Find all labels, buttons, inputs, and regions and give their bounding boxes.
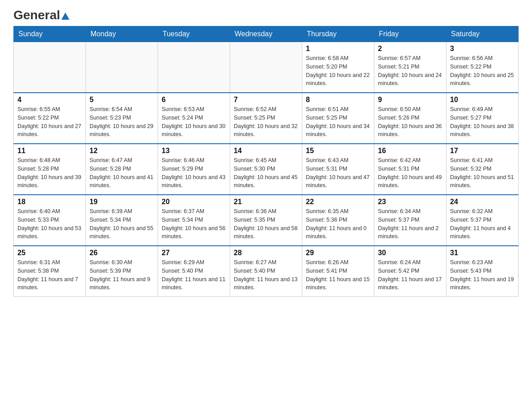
day-number: 4	[17, 96, 82, 104]
day-number: 11	[17, 147, 82, 155]
day-info: Sunrise: 6:29 AMSunset: 5:40 PMDaylight:…	[162, 258, 226, 292]
day-info: Sunrise: 6:39 AMSunset: 5:34 PMDaylight:…	[90, 207, 154, 241]
day-number: 25	[17, 249, 82, 257]
day-info: Sunrise: 6:24 AMSunset: 5:42 PMDaylight:…	[378, 258, 442, 292]
day-info: Sunrise: 6:40 AMSunset: 5:33 PMDaylight:…	[17, 207, 82, 241]
calendar-day-cell: 14Sunrise: 6:45 AMSunset: 5:30 PMDayligh…	[230, 144, 302, 195]
calendar-day-cell	[158, 42, 230, 93]
day-number: 31	[450, 249, 515, 257]
day-number: 20	[162, 198, 226, 206]
day-info: Sunrise: 6:37 AMSunset: 5:34 PMDaylight:…	[162, 207, 226, 241]
calendar-day-cell: 21Sunrise: 6:36 AMSunset: 5:35 PMDayligh…	[230, 195, 302, 246]
calendar-day-cell: 8Sunrise: 6:51 AMSunset: 5:25 PMDaylight…	[302, 93, 374, 144]
calendar-day-cell: 16Sunrise: 6:42 AMSunset: 5:31 PMDayligh…	[374, 144, 446, 195]
calendar-week-row: 25Sunrise: 6:31 AMSunset: 5:38 PMDayligh…	[14, 246, 519, 297]
day-number: 3	[450, 45, 515, 53]
calendar-day-cell: 24Sunrise: 6:32 AMSunset: 5:37 PMDayligh…	[446, 195, 519, 246]
day-number: 16	[378, 147, 442, 155]
calendar-table: SundayMondayTuesdayWednesdayThursdayFrid…	[13, 26, 519, 297]
calendar-day-cell: 15Sunrise: 6:43 AMSunset: 5:31 PMDayligh…	[302, 144, 374, 195]
calendar-day-cell: 1Sunrise: 6:58 AMSunset: 5:20 PMDaylight…	[302, 42, 374, 93]
calendar-day-cell: 3Sunrise: 6:56 AMSunset: 5:22 PMDaylight…	[446, 42, 519, 93]
day-number: 23	[378, 198, 442, 206]
calendar-day-cell: 22Sunrise: 6:35 AMSunset: 5:36 PMDayligh…	[302, 195, 374, 246]
day-info: Sunrise: 6:47 AMSunset: 5:28 PMDaylight:…	[90, 156, 154, 190]
calendar-week-row: 1Sunrise: 6:58 AMSunset: 5:20 PMDaylight…	[14, 42, 519, 93]
day-info: Sunrise: 6:53 AMSunset: 5:24 PMDaylight:…	[162, 105, 226, 139]
calendar-day-cell: 7Sunrise: 6:52 AMSunset: 5:25 PMDaylight…	[230, 93, 302, 144]
day-info: Sunrise: 6:43 AMSunset: 5:31 PMDaylight:…	[306, 156, 370, 190]
calendar-day-cell: 18Sunrise: 6:40 AMSunset: 5:33 PMDayligh…	[14, 195, 86, 246]
day-number: 17	[450, 147, 515, 155]
calendar-day-cell: 20Sunrise: 6:37 AMSunset: 5:34 PMDayligh…	[158, 195, 230, 246]
page-header: General	[13, 9, 519, 21]
calendar-day-cell: 17Sunrise: 6:41 AMSunset: 5:32 PMDayligh…	[446, 144, 519, 195]
day-number: 7	[234, 96, 298, 104]
calendar-day-cell: 23Sunrise: 6:34 AMSunset: 5:37 PMDayligh…	[374, 195, 446, 246]
weekday-header-monday: Monday	[86, 26, 158, 42]
day-number: 15	[306, 147, 370, 155]
calendar-day-cell: 25Sunrise: 6:31 AMSunset: 5:38 PMDayligh…	[14, 246, 86, 297]
calendar-week-row: 4Sunrise: 6:55 AMSunset: 5:22 PMDaylight…	[14, 93, 519, 144]
logo: General	[13, 9, 69, 21]
day-number: 26	[90, 249, 154, 257]
day-info: Sunrise: 6:31 AMSunset: 5:38 PMDaylight:…	[17, 258, 82, 292]
day-number: 19	[90, 198, 154, 206]
calendar-day-cell: 12Sunrise: 6:47 AMSunset: 5:28 PMDayligh…	[86, 144, 158, 195]
day-number: 28	[234, 249, 298, 257]
calendar-day-cell: 5Sunrise: 6:54 AMSunset: 5:23 PMDaylight…	[86, 93, 158, 144]
calendar-day-cell: 6Sunrise: 6:53 AMSunset: 5:24 PMDaylight…	[158, 93, 230, 144]
calendar-day-cell	[86, 42, 158, 93]
day-info: Sunrise: 6:46 AMSunset: 5:29 PMDaylight:…	[162, 156, 226, 190]
calendar-day-cell: 4Sunrise: 6:55 AMSunset: 5:22 PMDaylight…	[14, 93, 86, 144]
calendar-week-row: 18Sunrise: 6:40 AMSunset: 5:33 PMDayligh…	[14, 195, 519, 246]
weekday-header-friday: Friday	[374, 26, 446, 42]
day-number: 24	[450, 198, 515, 206]
calendar-day-cell: 10Sunrise: 6:49 AMSunset: 5:27 PMDayligh…	[446, 93, 519, 144]
calendar-day-cell: 28Sunrise: 6:27 AMSunset: 5:40 PMDayligh…	[230, 246, 302, 297]
day-info: Sunrise: 6:51 AMSunset: 5:25 PMDaylight:…	[306, 105, 370, 139]
calendar-day-cell: 31Sunrise: 6:23 AMSunset: 5:43 PMDayligh…	[446, 246, 519, 297]
calendar-day-cell: 27Sunrise: 6:29 AMSunset: 5:40 PMDayligh…	[158, 246, 230, 297]
day-number: 1	[306, 45, 370, 53]
day-info: Sunrise: 6:27 AMSunset: 5:40 PMDaylight:…	[234, 258, 298, 292]
day-info: Sunrise: 6:26 AMSunset: 5:41 PMDaylight:…	[306, 258, 370, 292]
calendar-day-cell: 11Sunrise: 6:48 AMSunset: 5:28 PMDayligh…	[14, 144, 86, 195]
day-number: 6	[162, 96, 226, 104]
day-number: 9	[378, 96, 442, 104]
day-number: 27	[162, 249, 226, 257]
calendar-day-cell: 19Sunrise: 6:39 AMSunset: 5:34 PMDayligh…	[86, 195, 158, 246]
weekday-header-sunday: Sunday	[14, 26, 86, 42]
day-info: Sunrise: 6:32 AMSunset: 5:37 PMDaylight:…	[450, 207, 515, 241]
day-info: Sunrise: 6:55 AMSunset: 5:22 PMDaylight:…	[17, 105, 82, 139]
day-info: Sunrise: 6:42 AMSunset: 5:31 PMDaylight:…	[378, 156, 442, 190]
day-info: Sunrise: 6:49 AMSunset: 5:27 PMDaylight:…	[450, 105, 515, 139]
day-number: 2	[378, 45, 442, 53]
day-number: 22	[306, 198, 370, 206]
calendar-day-cell: 9Sunrise: 6:50 AMSunset: 5:26 PMDaylight…	[374, 93, 446, 144]
day-number: 10	[450, 96, 515, 104]
calendar-day-cell	[230, 42, 302, 93]
calendar-day-cell: 30Sunrise: 6:24 AMSunset: 5:42 PMDayligh…	[374, 246, 446, 297]
logo-text: General	[13, 9, 69, 21]
day-info: Sunrise: 6:52 AMSunset: 5:25 PMDaylight:…	[234, 105, 298, 139]
calendar-day-cell: 13Sunrise: 6:46 AMSunset: 5:29 PMDayligh…	[158, 144, 230, 195]
calendar-day-cell: 29Sunrise: 6:26 AMSunset: 5:41 PMDayligh…	[302, 246, 374, 297]
day-info: Sunrise: 6:57 AMSunset: 5:21 PMDaylight:…	[378, 54, 442, 88]
day-info: Sunrise: 6:30 AMSunset: 5:39 PMDaylight:…	[90, 258, 154, 292]
day-number: 8	[306, 96, 370, 104]
day-number: 14	[234, 147, 298, 155]
day-info: Sunrise: 6:45 AMSunset: 5:30 PMDaylight:…	[234, 156, 298, 190]
day-number: 13	[162, 147, 226, 155]
day-number: 12	[90, 147, 154, 155]
weekday-header-thursday: Thursday	[302, 26, 374, 42]
calendar-day-cell	[14, 42, 86, 93]
calendar-day-cell: 2Sunrise: 6:57 AMSunset: 5:21 PMDaylight…	[374, 42, 446, 93]
day-number: 30	[378, 249, 442, 257]
calendar-header-row: SundayMondayTuesdayWednesdayThursdayFrid…	[14, 26, 519, 42]
day-info: Sunrise: 6:36 AMSunset: 5:35 PMDaylight:…	[234, 207, 298, 241]
day-info: Sunrise: 6:54 AMSunset: 5:23 PMDaylight:…	[90, 105, 154, 139]
day-info: Sunrise: 6:56 AMSunset: 5:22 PMDaylight:…	[450, 54, 515, 88]
day-number: 29	[306, 249, 370, 257]
weekday-header-wednesday: Wednesday	[230, 26, 302, 42]
